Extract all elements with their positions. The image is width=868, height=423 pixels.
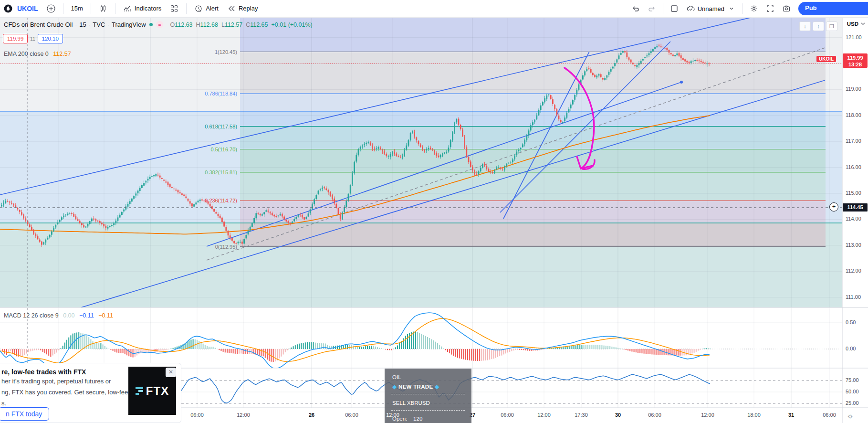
chart-type-button[interactable]	[95, 2, 111, 15]
time-tick: 06:00	[820, 412, 839, 418]
legend-interval: 15	[79, 21, 86, 28]
select-layout-button[interactable]	[666, 2, 682, 15]
camera-icon	[782, 4, 791, 13]
chart-canvas[interactable]: 1(120.45)0.786(118.84)0.618(117.58)0.5(1…	[0, 0, 868, 423]
diamond-icon: ◆	[435, 383, 439, 390]
zone-rect	[0, 223, 842, 307]
time-tick: 12:00	[383, 412, 402, 418]
price-tick: 116.00	[846, 164, 861, 170]
symbol-logo-icon	[4, 4, 12, 13]
alert-label: Alert	[206, 5, 219, 12]
high-value: 112.68	[200, 21, 218, 28]
grid-layout-icon	[170, 4, 178, 13]
scroll-to-recent-button[interactable]: ↓	[799, 21, 811, 31]
crosshair-price-tag: 114.45	[843, 203, 868, 212]
ad-headline: re, low-fee trades with FTX	[1, 368, 86, 376]
price-tick: 119.00	[846, 86, 861, 92]
open-value: 112.63	[175, 21, 192, 28]
legend-title: CFDs on Brent Crude Oil	[4, 21, 73, 28]
currency-selector[interactable]: USD	[847, 21, 865, 27]
time-tick: 06:00	[342, 412, 361, 418]
ad-body-line: her it's trading spot, perpetual futures…	[1, 378, 111, 385]
bar-countdown: 13:28	[843, 61, 868, 68]
fib-label: 0(112.95)	[215, 244, 237, 250]
close-value: 112.65	[250, 21, 268, 28]
fib-label: 0.382(115.81)	[205, 169, 237, 175]
fib-label: 0.786(118.84)	[205, 91, 237, 96]
market-status-dot	[149, 23, 153, 26]
spread-value: 11	[30, 36, 35, 42]
chevron-down-icon	[727, 4, 736, 13]
add-order-plus-icon[interactable]: +	[829, 202, 838, 212]
symbol-button[interactable]: UKOIL	[13, 3, 42, 14]
symbol-add-button[interactable]	[43, 2, 59, 15]
indicators-button[interactable]: Indicators	[119, 2, 165, 15]
price-tick: 118.00	[846, 112, 861, 118]
settings-button[interactable]	[746, 2, 762, 15]
last-price-tag: 119.99 13:28	[843, 53, 868, 68]
save-layout-button[interactable]: Unnamed	[682, 2, 740, 15]
alert-button[interactable]: Alert	[190, 2, 222, 15]
time-tick: 12:00	[698, 412, 717, 418]
popup-symbol: OIL	[392, 374, 401, 380]
interval-button[interactable]: 15m	[67, 3, 87, 14]
price-tick: 111.00	[846, 294, 861, 300]
replay-button[interactable]: Replay	[223, 2, 261, 15]
maximize-pane-button[interactable]: ❐	[826, 21, 837, 31]
ema-name: EMA 200 close 0	[4, 51, 49, 57]
time-tick: 06:00	[645, 412, 664, 418]
fib-label: 1(120.45)	[215, 49, 237, 55]
stoch-tick: 75.00	[846, 377, 859, 383]
price-tick: 114.00	[846, 216, 861, 222]
fullscreen-icon	[766, 4, 774, 13]
time-tick: 06:00	[188, 412, 207, 418]
tradingview-app: { "toolbar": { "symbol": "UKOIL", "inter…	[0, 0, 868, 423]
chevron-down-icon	[861, 22, 865, 26]
theme-toggle-icon[interactable]: ☼	[847, 412, 854, 420]
fib-label: 0.5(116.70)	[211, 147, 237, 152]
macd-value: −0.11	[79, 312, 94, 319]
undo-icon	[631, 4, 640, 13]
popup-divider	[391, 410, 465, 411]
price-tick: 121.00	[846, 34, 862, 40]
stoch-tick: 50.00	[846, 389, 859, 394]
replay-label: Replay	[239, 5, 258, 12]
settings-gear-icon	[750, 4, 758, 13]
time-tick: 26	[302, 412, 321, 418]
buy-button[interactable]: 120.10	[38, 34, 63, 43]
stoch-tick: 25.00	[846, 400, 859, 406]
popup-divider	[391, 394, 465, 394]
replay-rewind-icon	[227, 4, 236, 13]
popup-action: SELL XBRUSD	[392, 400, 430, 406]
macd-legend[interactable]: MACD 12 26 close 9 0.00 −0.11 −0.11	[4, 312, 113, 319]
collapse-pane-button[interactable]: ↕	[813, 21, 824, 31]
ad-close-button[interactable]: ✕	[166, 368, 176, 377]
chart-legend[interactable]: CFDs on Brent Crude Oil · 15 · TVC · Tra…	[4, 21, 313, 28]
approx-price-badge: ≈	[156, 21, 163, 28]
undo-button[interactable]	[627, 2, 644, 15]
layout-grid-button[interactable]	[166, 2, 182, 15]
publish-button[interactable]: Pub	[798, 2, 868, 15]
macd-signal-value: −0.11	[98, 312, 113, 319]
legend-provider: TradingView	[112, 21, 146, 28]
low-value: 112.57	[225, 21, 242, 28]
time-tick: 12:00	[534, 412, 554, 418]
time-tick: 30	[608, 412, 627, 418]
macd-tick: 0.50	[846, 319, 856, 325]
top-toolbar: UKOIL 15m Indicators	[0, 0, 868, 17]
ftx-logo-icon	[136, 387, 143, 395]
redo-button[interactable]	[644, 2, 660, 15]
currency-label: USD	[847, 21, 858, 27]
ema-value: 112.57	[53, 51, 71, 57]
alarm-clock-icon	[194, 4, 203, 13]
ad-body-line: s.	[1, 400, 6, 407]
fullscreen-button[interactable]	[762, 2, 778, 15]
cloud-check-icon	[686, 4, 695, 13]
diamond-icon: ◆	[392, 383, 397, 390]
sell-button[interactable]: 119.99	[3, 34, 28, 43]
ftx-ad-banner: re, low-fee trades with FTX her it's tra…	[0, 363, 181, 423]
ema-legend[interactable]: EMA 200 close 0 112.57	[4, 51, 71, 57]
time-tick: 06:00	[498, 412, 517, 418]
screenshot-button[interactable]	[778, 2, 795, 15]
ad-cta-button[interactable]: n FTX today	[0, 407, 49, 421]
